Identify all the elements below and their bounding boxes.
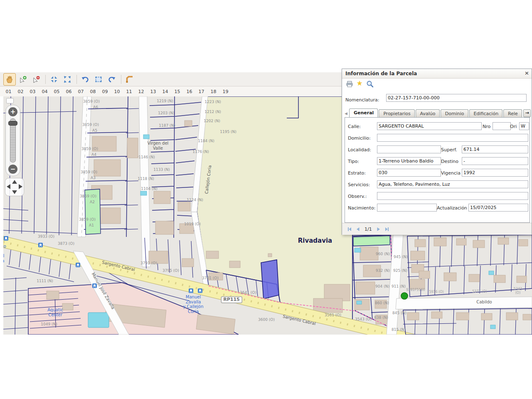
map-zoom-widget: + − — [5, 98, 24, 196]
layer-number-16[interactable]: 16 — [183, 89, 195, 94]
parcel-number-label: 1118 (N) — [138, 177, 154, 181]
layer-number-11[interactable]: 11 — [123, 89, 135, 94]
superf-label: Superf. — [441, 147, 457, 153]
parcel-number-label: 1187 (N) — [159, 123, 175, 128]
layer-number-02[interactable]: 02 — [15, 89, 27, 94]
parcel-number-label: 1124 (N) — [187, 198, 203, 202]
layer-number-03[interactable]: 03 — [27, 89, 39, 94]
layer-number-15[interactable]: 15 — [171, 89, 183, 94]
nro-label: Nro — [483, 124, 490, 129]
zoom-in-button[interactable]: + — [8, 107, 17, 116]
pan-left-arrow-icon[interactable] — [7, 184, 10, 189]
ori-input[interactable] — [519, 122, 529, 130]
tipo-label: Tipo: — [348, 159, 359, 164]
layer-number-19[interactable]: 19 — [219, 89, 232, 94]
parcel-number-label: 3859 (O) — [83, 99, 100, 103]
zoom-slider-handle[interactable] — [8, 121, 17, 126]
tab-general[interactable]: General — [349, 108, 378, 117]
servicios-input[interactable] — [377, 180, 528, 188]
previous-extent-button[interactable] — [79, 73, 91, 86]
parcel-number-label: A1 — [89, 223, 94, 227]
tipo-input[interactable] — [377, 157, 441, 165]
tab-edificacion[interactable]: Edificación — [469, 109, 502, 117]
last-page-button[interactable] — [383, 225, 391, 233]
zoom-out-pointer-button[interactable] — [30, 73, 42, 86]
tab-dominio[interactable]: Dominio — [441, 109, 468, 117]
layer-number-18[interactable]: 18 — [207, 89, 219, 94]
next-page-button[interactable] — [374, 225, 383, 233]
pan-down-arrow-icon[interactable] — [12, 190, 17, 194]
pan-up-arrow-icon[interactable] — [12, 180, 17, 184]
parcel-number-label: 1184 (N) — [198, 139, 214, 143]
tab-relevamiento[interactable]: Rele — [503, 109, 522, 117]
layer-number-05[interactable]: 05 — [51, 89, 63, 94]
destino-input[interactable] — [462, 157, 528, 165]
destino-label: Destino — [441, 159, 458, 164]
tab-avaluo[interactable]: Avalúo — [416, 109, 440, 117]
estrato-input[interactable] — [377, 169, 441, 177]
layer-number-14[interactable]: 14 — [159, 89, 171, 94]
prev-page-icon — [355, 227, 361, 232]
zoom-in-pointer-button[interactable] — [17, 73, 29, 86]
domicilio-label: Domicilio: — [348, 135, 371, 141]
first-page-button[interactable] — [345, 225, 354, 233]
zoom-out-button[interactable]: − — [8, 165, 17, 174]
page-indicator: 1/1 — [365, 227, 372, 232]
tab-scroll-left-icon[interactable]: ◀ — [345, 111, 347, 116]
pan-hand-tool-button[interactable] — [3, 73, 16, 86]
parcel-number-label: 5916 (O) — [429, 290, 443, 294]
layer-number-13[interactable]: 13 — [147, 89, 159, 94]
localidad-label: Localidad: — [348, 147, 371, 153]
prev-page-button[interactable] — [354, 225, 362, 233]
layer-number-06[interactable]: 06 — [63, 89, 75, 94]
nro-input[interactable] — [493, 122, 511, 130]
tab-propietarios[interactable]: Propietarios — [379, 109, 414, 117]
zoom-slider-widget: + − — [5, 105, 20, 176]
layer-number-08[interactable]: 08 — [87, 89, 99, 94]
zoom-contract-button[interactable] — [48, 73, 60, 86]
parcel-number-label: 1146 (N) — [138, 155, 155, 159]
zoom-slider-track[interactable] — [10, 118, 16, 163]
dialog-titlebar[interactable]: Información de la Parcela × — [342, 69, 532, 79]
overview-toggle[interactable] — [6, 98, 14, 103]
street-name-label: Callejón Coria — [204, 165, 212, 194]
layer-number-01[interactable]: 01 — [2, 89, 15, 94]
layer-number-07[interactable]: 07 — [75, 89, 87, 94]
domicilio-input[interactable] — [377, 134, 528, 142]
parcel-number-label: 1212 (N) — [204, 110, 221, 114]
next-extent-button[interactable] — [106, 73, 118, 86]
poi-label: Sargento Cabral Manuel Zavalla — [3, 244, 6, 263]
layer-number-12[interactable]: 12 — [135, 89, 147, 94]
street-name-label: Manuel José Zavalla — [91, 272, 116, 310]
layer-number-10[interactable]: 10 — [111, 89, 123, 94]
observ-input[interactable] — [377, 192, 528, 200]
parcel-number-label: 845 (N) — [392, 311, 406, 315]
parcel-number-label: A2 — [90, 200, 95, 204]
localidad-input[interactable] — [377, 145, 441, 153]
pan-right-arrow-icon[interactable] — [19, 184, 22, 189]
parcel-number-label: 1195 (N) — [220, 130, 236, 134]
favorite-star-icon[interactable]: ★ — [355, 79, 364, 87]
tab-scroll-right-icon[interactable]: → — [523, 109, 531, 117]
pagination-bar: 1/1 — [342, 223, 532, 235]
nacimiento-input[interactable] — [377, 204, 437, 212]
street-name-label: Sargento Cabral — [282, 314, 316, 326]
nomenclatura-input[interactable] — [386, 94, 527, 102]
layer-number-04[interactable]: 04 — [39, 89, 51, 94]
vigencia-input[interactable] — [462, 169, 528, 177]
search-button[interactable] — [366, 80, 374, 88]
pan-pad[interactable] — [5, 178, 24, 196]
street-name-label: Virgen del Valle — [148, 141, 169, 150]
actualizacion-input[interactable] — [468, 204, 528, 212]
calle-input[interactable] — [377, 122, 482, 130]
zoom-box-extent-button[interactable] — [92, 73, 105, 86]
close-icon[interactable]: × — [524, 70, 530, 76]
tab-strip: ◀ General Propietarios Avalúo Dominio Ed… — [344, 108, 531, 117]
parcel-number-label: 3859 (O) — [82, 123, 99, 127]
superf-input[interactable] — [462, 145, 528, 153]
zoom-expand-button[interactable] — [61, 73, 74, 86]
layer-number-17[interactable]: 17 — [195, 89, 207, 94]
print-button[interactable] — [345, 80, 354, 88]
layer-number-09[interactable]: 09 — [99, 89, 111, 94]
measure-tool-button[interactable] — [123, 73, 136, 86]
